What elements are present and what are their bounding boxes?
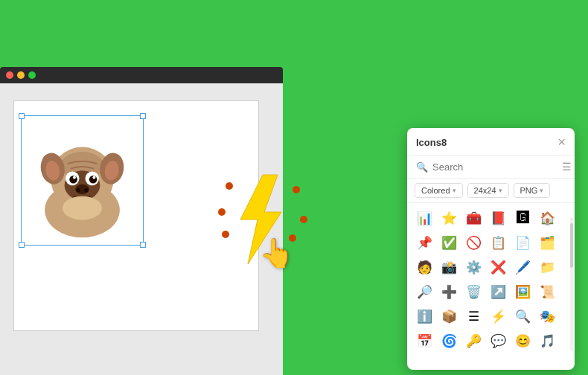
list-item[interactable]: 📕 xyxy=(487,207,509,229)
list-item[interactable]: ⭐ xyxy=(438,207,460,229)
list-item[interactable]: 🗑️ xyxy=(462,281,485,303)
list-item[interactable]: 🚫 xyxy=(462,231,485,254)
icons-row-3: 🧑 📸 ⚙️ ❌ 🖊️ 📁 xyxy=(413,256,569,278)
list-item[interactable]: 📅 xyxy=(413,330,435,352)
scrollbar-thumb[interactable] xyxy=(570,223,573,268)
search-bar: 🔍 ☰ xyxy=(407,156,575,179)
svg-point-9 xyxy=(92,176,95,179)
pug-image xyxy=(23,118,141,243)
icons-row-6: 📅 🌀 🔑 💬 😊 🎵 xyxy=(413,330,569,352)
svg-point-22 xyxy=(300,216,307,223)
panel-close-button[interactable]: × xyxy=(557,135,566,149)
list-item[interactable]: 🎭 xyxy=(536,305,558,327)
icons-row-5: ℹ️ 📦 ☰ ⚡ 🔍 🎭 xyxy=(413,305,569,327)
search-icon: 🔍 xyxy=(416,161,428,173)
list-item[interactable]: 🧰 xyxy=(462,207,485,229)
hamburger-menu-icon[interactable]: ☰ xyxy=(562,161,572,173)
close-dot xyxy=(6,71,13,79)
list-item[interactable]: 💬 xyxy=(487,330,509,352)
style-filter-chevron: ▾ xyxy=(453,187,456,194)
hand-cursor: 👆 xyxy=(259,237,294,269)
list-item[interactable]: 🅶 xyxy=(511,207,534,229)
list-item[interactable]: 🌀 xyxy=(438,330,460,352)
icons-grid: 📊 ⭐ 🧰 📕 🅶 🏠 📌 ✅ 🚫 📋 📄 🗂️ 🧑 📸 ⚙️ ❌ 🖊️ 📁 xyxy=(407,203,575,370)
icons-row-4: 🔎 ➕ 🗑️ ↗️ 🖼️ 📜 xyxy=(413,281,569,303)
icons8-panel: Icons8 × 🔍 ☰ Colored ▾ 24x24 ▾ PNG ▾ 📊 ⭐… xyxy=(407,128,575,370)
list-item[interactable]: 📋 xyxy=(487,231,509,254)
svg-point-18 xyxy=(226,182,233,190)
svg-point-12 xyxy=(84,188,88,192)
list-item[interactable]: ❌ xyxy=(487,256,509,278)
list-item[interactable]: 📄 xyxy=(511,231,534,254)
style-filter-label: Colored xyxy=(421,186,450,195)
svg-point-17 xyxy=(63,196,102,220)
list-item[interactable]: 📜 xyxy=(536,281,558,303)
list-item[interactable]: 🎵 xyxy=(536,330,558,352)
list-item[interactable]: 📸 xyxy=(438,256,460,278)
list-item[interactable]: ☰ xyxy=(462,305,485,327)
svg-point-20 xyxy=(222,231,229,238)
search-input[interactable] xyxy=(432,161,557,173)
list-item[interactable]: 🔍 xyxy=(511,305,534,327)
size-filter-button[interactable]: 24x24 ▾ xyxy=(467,183,509,198)
list-item[interactable]: 🔎 xyxy=(413,281,435,303)
svg-point-21 xyxy=(293,186,300,193)
size-filter-label: 24x24 xyxy=(474,186,496,195)
list-item[interactable]: 🗂️ xyxy=(536,231,558,254)
list-item[interactable]: ℹ️ xyxy=(413,305,435,327)
panel-titlebar: Icons8 × xyxy=(407,128,575,156)
style-filter-button[interactable]: Colored ▾ xyxy=(415,183,463,198)
scrollbar-track xyxy=(570,217,573,351)
svg-point-8 xyxy=(73,176,76,179)
list-item[interactable]: 😊 xyxy=(511,330,534,352)
size-filter-chevron: ▾ xyxy=(499,187,502,194)
list-item[interactable]: ➕ xyxy=(438,281,460,303)
fullscreen-dot xyxy=(28,71,36,79)
svg-point-19 xyxy=(218,208,226,216)
panel-title: Icons8 xyxy=(416,137,447,148)
format-filter-button[interactable]: PNG ▾ xyxy=(514,183,551,198)
editor-titlebar xyxy=(0,67,283,83)
list-item[interactable]: 📁 xyxy=(536,256,558,278)
svg-point-11 xyxy=(77,188,80,192)
format-filter-label: PNG xyxy=(520,186,538,195)
list-item[interactable]: 🏠 xyxy=(536,207,558,229)
list-item[interactable]: 🧑 xyxy=(413,256,435,278)
list-item[interactable]: ⚡ xyxy=(487,305,509,327)
list-item[interactable]: ⚙️ xyxy=(462,256,485,278)
list-item[interactable]: 🖼️ xyxy=(511,281,534,303)
list-item[interactable]: 📦 xyxy=(438,305,460,327)
minimize-dot xyxy=(17,71,25,79)
icons-row-2: 📌 ✅ 🚫 📋 📄 🗂️ xyxy=(413,231,569,254)
list-item[interactable]: ↗️ xyxy=(487,281,509,303)
list-item[interactable]: 📌 xyxy=(413,231,435,254)
icons-row-1: 📊 ⭐ 🧰 📕 🅶 🏠 xyxy=(413,207,569,229)
list-item[interactable]: 🖊️ xyxy=(511,256,534,278)
list-item[interactable]: ✅ xyxy=(438,231,460,254)
filters-row: Colored ▾ 24x24 ▾ PNG ▾ xyxy=(407,179,575,203)
list-item[interactable]: 🔑 xyxy=(462,330,485,352)
list-item[interactable]: 📊 xyxy=(413,207,435,229)
format-filter-chevron: ▾ xyxy=(540,187,543,194)
